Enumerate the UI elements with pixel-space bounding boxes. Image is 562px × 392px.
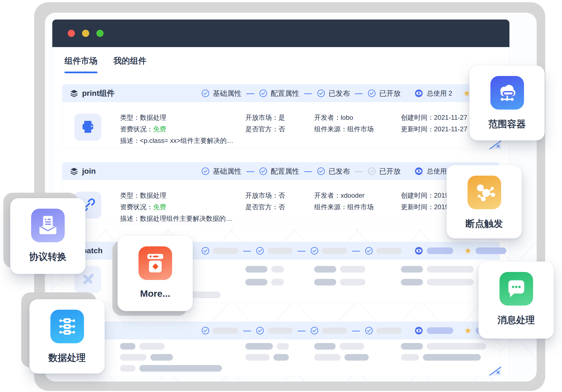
- tab-label: 组件市场: [64, 56, 97, 65]
- component-card-print[interactable]: print组件 基础属性 — 配置属性 — 已发布 — 已开放 总使用 2 ★ …: [62, 84, 500, 149]
- layers-icon: [70, 89, 78, 97]
- data-nodes-icon: [50, 310, 84, 343]
- step-connector: —: [352, 246, 360, 255]
- corner-fold: ✕: [489, 366, 501, 375]
- check-circle-icon: [201, 326, 210, 335]
- step-connector: —: [304, 167, 312, 176]
- check-circle-icon: [259, 89, 267, 97]
- close-icon[interactable]: ✕: [496, 370, 500, 375]
- component-name: join: [82, 167, 96, 176]
- step-label: 配置属性: [271, 167, 299, 176]
- field-value: 否: [278, 203, 285, 211]
- component-card-loading[interactable]: — — — ★: [62, 322, 500, 376]
- floating-card-breakpoint-trigger[interactable]: 断点触发: [447, 165, 522, 238]
- component-card-join[interactable]: join 基础属性 — 配置属性 — 已发布 — 已开放 总使用 6 类型：数: [62, 162, 500, 224]
- skeleton-pill: [427, 247, 453, 254]
- cloud-network-icon: [490, 76, 524, 110]
- field-label: 更新时间：: [401, 203, 434, 211]
- field-value: <p.class= xx>组件主要解决的…: [140, 137, 233, 144]
- floating-card-label: 消息处理: [498, 314, 535, 326]
- field-label: 是否官方：: [245, 125, 278, 133]
- check-circle-icon: [259, 167, 267, 175]
- store-icon: [139, 246, 172, 280]
- floating-card-scope-container[interactable]: 范围容器: [469, 66, 545, 140]
- field-label: 创建时间：: [401, 192, 434, 199]
- field-label: 创建时间：: [401, 114, 434, 121]
- field-value: 数据处理: [140, 192, 166, 199]
- step-connector: —: [243, 246, 251, 255]
- field-value: 否: [278, 192, 285, 199]
- step-label: 已开放: [379, 167, 401, 176]
- corner-fold: ✕: [489, 139, 501, 149]
- field-value: 数据处理: [140, 114, 166, 121]
- floating-card-label: 数据处理: [48, 352, 86, 364]
- field-label: 描述：: [120, 137, 140, 144]
- check-circle-icon: [368, 89, 376, 97]
- skeleton-pill: [267, 248, 293, 254]
- skeleton-pill: [267, 328, 293, 334]
- check-circle-icon: [317, 89, 325, 97]
- chat-bubble-icon: [499, 272, 533, 306]
- step-connector: —: [246, 167, 254, 176]
- status-steps-skeleton: — — —: [201, 242, 402, 260]
- status-steps-skeleton: — — —: [201, 322, 402, 339]
- page: 组件市场 我的组件 print组件 基础属性 — 配置属性 — 已发布 — 已开…: [0, 0, 562, 392]
- floating-card-data-processing[interactable]: 数据处理: [29, 299, 105, 374]
- floating-card-label: 协议转换: [29, 251, 67, 263]
- maximize-window-button[interactable]: [96, 30, 104, 37]
- field-label: 资费状况：: [120, 203, 153, 211]
- check-circle-icon: [310, 326, 319, 335]
- check-circle-icon: [256, 247, 264, 255]
- step-label: 配置属性: [271, 89, 299, 98]
- card-header: print组件 基础属性 — 配置属性 — 已发布 — 已开放 总使用 2 ★ …: [62, 85, 499, 102]
- field-value: 否: [278, 125, 285, 133]
- check-circle-icon-inactive: [368, 167, 376, 175]
- field-value: 是: [278, 114, 285, 121]
- step-connector: —: [243, 326, 251, 335]
- step-connector: —: [304, 89, 312, 98]
- floating-card-message-processing[interactable]: 消息处理: [479, 262, 554, 339]
- molecule-icon: [468, 176, 501, 209]
- check-circle-icon: [365, 247, 373, 255]
- tab-component-market[interactable]: 组件市场: [64, 55, 97, 73]
- skeleton-pill: [376, 328, 402, 334]
- field-label: 类型：: [120, 192, 140, 199]
- check-circle-icon: [365, 326, 373, 335]
- field-label: 组件来源：: [314, 203, 347, 211]
- usage-eye-icon: [415, 247, 423, 255]
- field-label: 是否官方：: [245, 203, 278, 211]
- card-header: — — — ★: [62, 322, 499, 339]
- minimize-window-button[interactable]: [82, 30, 89, 37]
- check-circle-icon: [310, 247, 319, 255]
- check-circle-icon: [201, 247, 210, 255]
- close-icon[interactable]: ✕: [496, 143, 500, 149]
- field-label: 开放市场：: [245, 114, 278, 121]
- skeleton-pill: [213, 248, 238, 254]
- skeleton-pill: [213, 328, 238, 334]
- usage-eye-icon: [415, 89, 423, 97]
- field-label: 更新时间：: [401, 125, 434, 133]
- floating-card-more[interactable]: More...: [118, 236, 193, 311]
- floating-card-protocol-conversion[interactable]: 协议转换: [10, 198, 85, 274]
- close-window-button[interactable]: [68, 30, 75, 37]
- field-value-free: 免费: [153, 125, 166, 133]
- step-label: 基础属性: [213, 167, 241, 176]
- skeleton-pill: [322, 248, 347, 254]
- printer-icon: [74, 114, 101, 141]
- layers-icon: [70, 167, 78, 175]
- step-connector: —: [298, 246, 305, 255]
- usage-count: 总使用 2: [427, 89, 452, 98]
- floating-card-label: 断点触发: [466, 217, 503, 230]
- step-connector: —: [352, 326, 360, 335]
- tab-bar: 组件市场 我的组件: [52, 47, 509, 73]
- skeleton-pill: [322, 328, 347, 334]
- tab-my-components[interactable]: 我的组件: [113, 55, 146, 73]
- field-label: 开放市场：: [245, 192, 278, 199]
- step-label: 基础属性: [213, 89, 241, 98]
- step-label: 已发布: [328, 167, 350, 176]
- floating-card-label: More...: [140, 288, 170, 299]
- rating-star-icon: ★: [464, 326, 472, 335]
- field-value: 组件市场: [347, 125, 374, 133]
- skeleton-pill: [427, 327, 453, 334]
- field-label: 开发者：: [314, 192, 341, 199]
